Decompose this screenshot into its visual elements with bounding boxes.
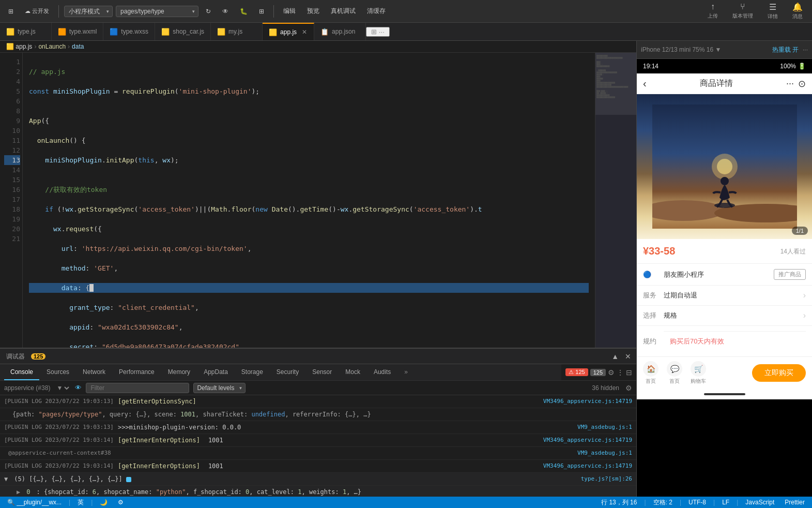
line-numbers: 1 2 4 5 6 8 9 10 11 12 13 14 15 16 17 <box>0 53 23 348</box>
tab-label-app-json: app.json <box>332 28 355 35</box>
back-btn[interactable]: ‹ <box>643 78 647 89</box>
tab-my-js[interactable]: 🟨 my.js <box>211 23 263 41</box>
log-link-2[interactable]: VM9_asdebug.js:1 <box>577 423 632 432</box>
subtab-memory[interactable]: Memory <box>162 364 196 380</box>
tab-close-app-js[interactable]: ✕ <box>302 28 307 36</box>
status-path[interactable]: 🔍 __plugin/__wx... <box>4 499 65 506</box>
hotreload-toggle[interactable]: 热重载 开 <box>772 46 799 54</box>
status-encoding2[interactable]: UTF-8 <box>685 499 709 506</box>
details-icon: ☰ <box>769 2 776 12</box>
dock-icon[interactable]: ⊟ <box>626 368 632 377</box>
console-filter-input[interactable] <box>86 383 189 393</box>
debug-btn[interactable]: 🐛 <box>236 6 252 17</box>
specs-row[interactable]: 选择 规格 › <box>637 305 812 325</box>
clear-btn[interactable]: 清缓存 <box>363 5 390 18</box>
friend-circle-row[interactable]: 🔵 朋友圈小程序 推广商品 <box>637 263 812 285</box>
subtab-appdata[interactable]: AppData <box>197 364 234 380</box>
cart-action[interactable]: 🛒 购物车 <box>691 361 706 385</box>
share-btn[interactable]: 推广商品 <box>774 269 806 280</box>
subtab-performance[interactable]: Performance <box>113 364 161 380</box>
subtab-network[interactable]: Network <box>76 364 112 380</box>
upload-btn[interactable]: ↑ 上传 <box>702 0 723 22</box>
specs-label: 选择 <box>643 311 664 320</box>
svg-point-5 <box>717 159 732 174</box>
product-info: ¥33-58 14人看过 <box>637 239 812 263</box>
devtools-close-btn[interactable]: ✕ <box>622 352 634 361</box>
edit-btn[interactable]: 编辑 <box>279 5 300 18</box>
refresh-btn[interactable]: ↻ <box>202 6 215 17</box>
eye-filter-icon[interactable]: 👁 <box>75 384 82 392</box>
log-link-5[interactable]: type.js?[sm]:26 <box>581 474 632 484</box>
layers-btn[interactable]: ⊞ <box>255 6 268 17</box>
status-spaces[interactable]: 空格: 2 <box>650 498 676 507</box>
subtab-more[interactable]: » <box>398 364 414 380</box>
appservice-label: appservice (#38) <box>4 384 50 392</box>
mode-select[interactable]: 小程序模式 <box>64 6 113 17</box>
subtab-audits[interactable]: Audits <box>367 364 397 380</box>
console-settings-icon[interactable]: ⚙ <box>625 384 632 392</box>
expand-icon-item0[interactable]: ▶ <box>17 487 20 497</box>
settings-icon[interactable]: ⚙ <box>608 368 615 377</box>
status-eol[interactable]: LF <box>719 499 732 506</box>
subtab-sources[interactable]: Sources <box>40 364 75 380</box>
tab-icon-shop-car: 🟨 <box>161 28 170 36</box>
subtab-storage[interactable]: Storage <box>235 364 269 380</box>
subtab-sensor[interactable]: Sensor <box>306 364 338 380</box>
status-encoding[interactable]: 英 <box>74 498 87 507</box>
level-select[interactable]: Default levels <box>193 383 246 393</box>
tab-shop-car[interactable]: 🟨 shop_car.js <box>155 23 211 41</box>
collapse-icon-5[interactable]: ▼ <box>4 474 8 484</box>
version-btn[interactable]: ⑂ 版本管理 <box>727 0 758 22</box>
preview-btn[interactable]: 预览 <box>303 5 324 18</box>
realtest-btn[interactable]: 真机调试 <box>327 5 360 18</box>
tab-type-wxss[interactable]: 🟦 type.wxss <box>103 23 155 41</box>
tab-icon-my-js: 🟨 <box>217 28 225 36</box>
cloud-dev-btn[interactable]: ☁ 云开发 <box>21 5 53 17</box>
menu-icon[interactable]: ··· <box>786 78 794 89</box>
notify-btn[interactable]: 🔔 消息 <box>787 0 808 22</box>
sidebar-toggle-btn[interactable]: ⊞ <box>4 6 18 17</box>
log-link-4[interactable]: VM3496_appservice.js:14719 <box>543 461 632 471</box>
log-timestamp-4: [PLUGIN LOG 2023/07/22 19:03:14] <box>4 461 114 471</box>
buy-now-btn[interactable]: 立即购买 <box>752 364 806 382</box>
phone-battery: 100% 🔋 <box>780 63 806 70</box>
details-btn[interactable]: ☰ 详情 <box>762 0 783 22</box>
tab-type-wxml[interactable]: 🟧 type.wxml <box>52 23 103 41</box>
more-icon[interactable]: ⋮ <box>617 368 624 377</box>
preview-more-btn[interactable]: ··· <box>803 46 808 53</box>
code-content[interactable]: // app.js const miniShopPlugin = require… <box>23 53 595 348</box>
home-action[interactable]: 🏠 首页 <box>643 361 658 385</box>
log-link-3[interactable]: VM3496_appservice.js:14719 <box>543 436 632 445</box>
subtab-security[interactable]: Security <box>270 364 305 380</box>
status-line[interactable]: 行 13，列 16 <box>598 498 640 507</box>
more-tabs-btn[interactable]: ⊞ ··· <box>366 27 390 37</box>
record-icon[interactable]: ⊙ <box>798 78 806 89</box>
status-theme[interactable]: 🌙 <box>97 499 111 506</box>
specs-arrow-icon: › <box>803 311 806 320</box>
devtools-minimize-btn[interactable]: ▲ <box>608 352 622 361</box>
level-select-wrapper: Default levels <box>193 383 246 393</box>
separator-1 <box>58 5 59 18</box>
tab-app-json[interactable]: 📋 app.json <box>314 23 366 41</box>
subtab-console[interactable]: Console <box>4 364 39 380</box>
tab-icon-app-js: 🟨 <box>269 28 277 36</box>
subtab-mock[interactable]: Mock <box>339 364 366 380</box>
status-settings[interactable]: ⚙ <box>115 499 127 506</box>
tab-type-js[interactable]: 🟨 type.js <box>0 23 52 41</box>
path-select[interactable]: pages/type/type <box>116 6 198 17</box>
devtools-tab-debugger[interactable]: 调试器 <box>2 349 29 364</box>
status-lang[interactable]: JavaScript <box>742 499 777 506</box>
warranty-row[interactable]: 规约 购买后70天内有效 <box>637 325 812 356</box>
status-formatter[interactable]: Prettier <box>782 499 808 506</box>
context-select[interactable]: ▼ <box>54 384 71 392</box>
tab-app-js[interactable]: 🟨 app.js ✕ <box>263 23 314 41</box>
top-toolbar: ⊞ ☁ 云开发 小程序模式 pages/type/type ↻ 👁 🐛 ⊞ 编辑… <box>0 0 812 23</box>
log-link-1[interactable]: VM3496_appservice.js:14719 <box>543 397 632 406</box>
service-row[interactable]: 服务 过期自动退 › <box>637 285 812 305</box>
code-editor[interactable]: 1 2 4 5 6 8 9 10 11 12 13 14 15 16 17 <box>0 53 636 348</box>
phone-time: 19:14 <box>643 63 658 70</box>
log-link-3b[interactable]: VM9_asdebug.js:1 <box>577 449 632 458</box>
preview-eye-btn[interactable]: 👁 <box>218 6 233 17</box>
console-logs[interactable]: [PLUGIN LOG 2023/07/22 19:03:13] [getEnt… <box>0 395 636 508</box>
category-action[interactable]: 💬 首页 <box>667 361 682 385</box>
